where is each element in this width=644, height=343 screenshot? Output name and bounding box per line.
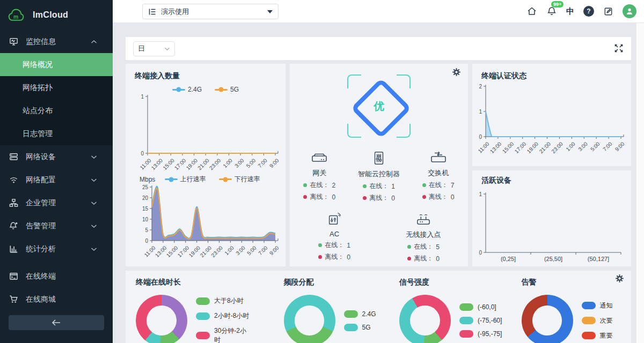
legend-label: 5G <box>362 324 371 331</box>
org-selector-dropdown[interactable]: 演示使用 <box>142 4 279 19</box>
band-allocation-legend[interactable]: 2.4G5G <box>344 310 376 331</box>
legend-item[interactable]: 重要 <box>582 331 613 340</box>
online-dot <box>318 243 322 247</box>
user-avatar[interactable] <box>623 4 636 18</box>
offline-dot <box>407 257 411 260</box>
fullscreen-button[interactable] <box>614 44 623 53</box>
offline-count: 离线：0 <box>379 254 468 263</box>
svg-text:(50,127]: (50,127] <box>588 256 609 262</box>
sidebar-item-network-overview[interactable]: 网络概况 <box>0 53 113 76</box>
svg-text:17:00: 17:00 <box>514 140 528 154</box>
svg-text:19:00: 19:00 <box>526 140 540 154</box>
svg-text:m: m <box>13 14 18 20</box>
sidebar-item-enterprise[interactable]: 企业管理 <box>0 191 113 214</box>
legend-label: 重要 <box>600 331 613 340</box>
controller-icon <box>371 151 387 166</box>
access-chart-legend[interactable]: 2.4G5G <box>126 86 286 93</box>
offline-count: 离线：0 <box>408 192 468 202</box>
legend-label: (-75,-60] <box>478 317 502 324</box>
bar-chart-icon <box>9 244 19 254</box>
period-value: 日 <box>138 44 164 54</box>
legend-chip <box>344 310 358 318</box>
online-duration-legend[interactable]: 大于8小时2小时-8小时30分钟-2小时 <box>196 296 252 343</box>
sidebar-item-network-topology[interactable]: 网络拓扑 <box>0 76 113 99</box>
org-list-icon <box>148 8 157 16</box>
sidebar-item-label: 网络拓扑 <box>23 83 53 93</box>
device-switch: 交换机 在线：7 离线：0 <box>408 151 468 203</box>
online-dot <box>363 184 367 188</box>
legend-item[interactable]: (-95,-75] <box>459 330 502 338</box>
legend-item[interactable]: (-75,-60] <box>459 317 502 324</box>
gear-icon <box>615 274 624 283</box>
legend-item[interactable]: 30分钟-2小时 <box>196 326 252 343</box>
settings-button[interactable] <box>452 68 461 77</box>
svg-text:9:00: 9:00 <box>614 140 626 152</box>
signal-strength-legend[interactable]: (-60,0](-75,-60](-95,-75] <box>459 303 502 338</box>
network-health-panel: 优 网关 在线：2 离线：0 <box>290 64 468 266</box>
legend-item[interactable]: 2.4G <box>344 310 376 318</box>
settings-button[interactable] <box>615 274 624 283</box>
svg-text:0: 0 <box>141 151 144 156</box>
device-name: 智能云控制器 <box>349 169 409 179</box>
user-icon <box>625 7 634 16</box>
svg-text:3:00: 3:00 <box>233 157 245 169</box>
sidebar-item-log-management[interactable]: 日志管理 <box>0 122 113 145</box>
svg-text:15:00: 15:00 <box>501 140 515 154</box>
language-toggle[interactable]: 中 <box>566 6 574 17</box>
sidebar-item-site-distribution[interactable]: 站点分布 <box>0 99 113 122</box>
sidebar-item-network-devices[interactable]: 网络设备 <box>0 145 113 168</box>
sidebar-item-label: 告警管理 <box>26 221 91 231</box>
sidebar-item-statistics[interactable]: 统计分析 <box>0 237 113 260</box>
legend-label: 次要 <box>600 316 613 325</box>
legend-item[interactable]: 次要 <box>582 316 613 325</box>
device-name: 无线接入点 <box>379 230 468 240</box>
legend-label: 2.4G <box>362 310 376 318</box>
device-gateway: 网关 在线：2 离线：0 <box>290 151 349 203</box>
fullscreen-icon <box>614 44 623 53</box>
online-count: 在线：7 <box>408 181 468 190</box>
sidebar-collapse-button[interactable] <box>9 315 104 330</box>
svg-text:0: 0 <box>479 250 482 256</box>
chevron-down-icon <box>91 178 97 182</box>
alarm-legend[interactable]: 通知次要重要 <box>582 301 613 340</box>
cart-icon <box>9 294 19 304</box>
sidebar-item-alarm-management[interactable]: 告警管理 <box>0 214 113 237</box>
home-button[interactable] <box>526 6 537 17</box>
offline-dot <box>363 196 367 200</box>
svg-text:23:00: 23:00 <box>550 140 564 154</box>
sidebar-item-online-terminals[interactable]: 在线终端 <box>0 265 113 288</box>
legend-item[interactable]: 5G <box>344 324 376 331</box>
section-title: 信号强度 <box>399 271 505 287</box>
legend-item[interactable]: 大于8小时 <box>196 296 252 305</box>
offline-count: 离线：0 <box>349 193 409 203</box>
legend-chip <box>459 303 473 311</box>
sidebar-item-online-store[interactable]: 在线商城 <box>0 288 113 311</box>
legend-item[interactable]: 2小时-8小时 <box>196 311 252 320</box>
svg-text:21:00: 21:00 <box>196 157 210 171</box>
legend-item[interactable]: (-60,0] <box>459 303 502 311</box>
speed-chart-legend[interactable]: 上行速率下行速率 <box>155 175 269 184</box>
sidebar-item-label: 网络概况 <box>23 60 53 70</box>
access-point-icon <box>414 211 433 226</box>
svg-text:5: 5 <box>145 227 148 233</box>
legend-item[interactable]: 2.4G <box>172 86 202 93</box>
period-select[interactable]: 日 <box>133 41 175 56</box>
legend-label: 5G <box>230 86 239 93</box>
scrollbar[interactable] <box>636 23 644 343</box>
legend-label: 通知 <box>600 301 613 310</box>
legend-item[interactable]: 5G <box>215 86 239 93</box>
monitoring-submenu: 网络概况 网络拓扑 站点分布 日志管理 <box>0 53 113 145</box>
help-button[interactable]: ? <box>583 6 594 17</box>
online-count: 在线：1 <box>349 182 409 191</box>
feedback-button[interactable] <box>603 6 613 17</box>
notifications-button[interactable]: 99+ <box>546 6 557 17</box>
chevron-down-icon <box>91 247 97 251</box>
sidebar-item-monitoring[interactable]: 监控信息 <box>0 30 113 53</box>
sidebar-item-network-config[interactable]: 网络配置 <box>0 168 113 191</box>
legend-label: 2.4G <box>188 86 202 93</box>
legend-item[interactable]: 通知 <box>582 301 613 310</box>
legend-item[interactable]: 下行速率 <box>219 175 260 184</box>
band-allocation-donut <box>284 295 335 343</box>
svg-text:7:00: 7:00 <box>602 140 613 152</box>
legend-item[interactable]: 上行速率 <box>165 175 206 184</box>
